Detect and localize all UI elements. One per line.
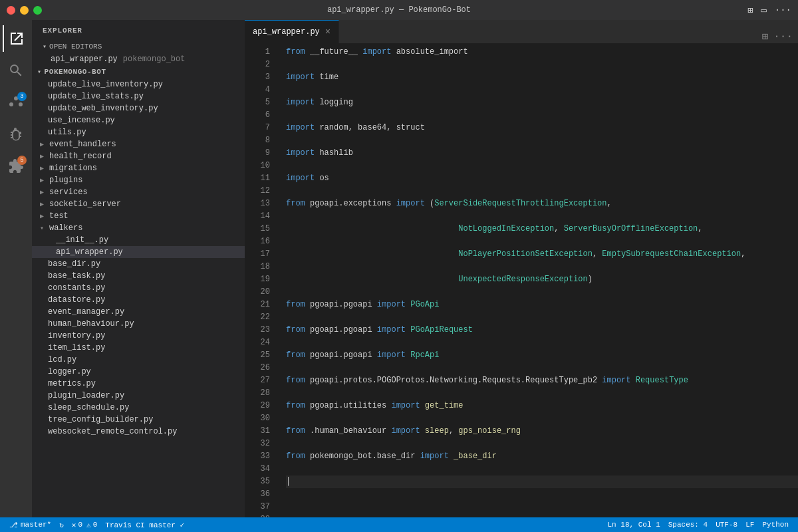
close-button[interactable] [7,6,15,15]
folder-services-arrow: ▶ [40,188,47,196]
folder-services[interactable]: ▶services [32,186,245,198]
tab-filename: api_wrapper.py [253,27,320,37]
file-tree-config-builder[interactable]: tree_config_builder.py [32,414,245,426]
status-ci[interactable]: Travis CI master ✓ [101,517,188,532]
file-inventory[interactable]: inventory.py [32,330,245,342]
open-editors-arrow: ▾ [43,43,47,51]
status-branch[interactable]: ⎇ master* [5,517,55,532]
file-constants[interactable]: constants.py [32,282,245,294]
minimize-button[interactable] [20,6,29,15]
file-human-behaviour[interactable]: human_behaviour.py [32,318,245,330]
activity-explorer[interactable] [3,25,29,52]
open-editor-filename: api_wrapper.py [51,55,118,64]
split-editor-tab-icon[interactable]: ⊞ [762,30,769,43]
window-title: api_wrapper.py — PokemonGo-Bot [327,5,471,15]
status-encoding[interactable]: UTF-8 [712,521,741,529]
encoding-text: UTF-8 [716,521,737,529]
spaces-text: Spaces: 4 [668,521,708,529]
tab-close-button[interactable]: × [325,27,331,37]
folder-socketio-server[interactable]: ▶socketio_server [32,198,245,210]
file-metrics[interactable]: metrics.py [32,378,245,390]
folder-health-record[interactable]: ▶health_record [32,150,245,162]
source-control-badge: 3 [17,92,27,101]
folder-plugins[interactable]: ▶plugins [32,174,245,186]
file-base-task[interactable]: base_task.py [32,270,245,282]
activity-extensions[interactable]: 5 [3,153,29,180]
title-bar: api_wrapper.py — PokemonGo-Bot ⊞ ▭ ··· [0,0,798,20]
folder-walkers[interactable]: ▾walkers [32,222,245,234]
pokemongo-arrow: ▾ [37,68,42,76]
status-spaces[interactable]: Spaces: 4 [664,521,712,529]
sync-icon: ↻ [59,521,64,529]
status-sync[interactable]: ↻ [55,517,68,532]
warning-count: 0 [93,521,98,529]
code-content[interactable]: from __future__ import absolute_import i… [278,43,798,517]
file-logger[interactable]: logger.py [32,366,245,378]
folder-test-arrow: ▶ [40,212,47,220]
pokemongo-bot-section: ▾ POKEMONGO-BOT update_live_inventory.py… [32,65,245,438]
status-line-ending[interactable]: LF [741,521,758,529]
line-numbers: 12345 678910 1112131415 1617181920 21222… [245,43,278,517]
open-editors-header[interactable]: ▾ OPEN EDITORS [32,40,245,53]
status-ln-col[interactable]: Ln 18, Col 1 [604,521,664,529]
file-base-dir[interactable]: base_dir.py [32,258,245,270]
folder-walkers-arrow: ▾ [40,224,47,232]
folder-test[interactable]: ▶test [32,210,245,222]
file-use-incense[interactable]: use_incense.py [32,114,245,126]
error-count: 0 [78,521,82,529]
activity-search[interactable] [3,57,29,84]
sidebar: Explorer ▾ OPEN EDITORS api_wrapper.py p… [32,20,245,517]
toggle-panel-icon[interactable]: ▭ [761,5,766,16]
ci-status-text: Travis CI master ✓ [105,521,184,529]
status-errors[interactable]: ✕ 0 ⚠ 0 [68,517,101,532]
file-init[interactable]: __init__.py [32,234,245,246]
status-right: Ln 18, Col 1 Spaces: 4 UTF-8 LF Python [604,521,793,529]
folder-socketio-arrow: ▶ [40,200,47,208]
language-text: Python [762,521,789,529]
folder-migrations[interactable]: ▶migrations [32,162,245,174]
more-actions-icon[interactable]: ··· [775,5,791,15]
activity-bar: 3 5 [0,20,32,517]
branch-name: master* [21,521,51,529]
file-update-web-inventory[interactable]: update_web_inventory.py [32,102,245,114]
pokemongo-bot-header[interactable]: ▾ POKEMONGO-BOT [32,65,245,78]
folder-plugins-arrow: ▶ [40,176,47,184]
open-editor-project: pokemongo_bot [123,55,186,64]
git-branch-icon: ⎇ [9,521,18,529]
error-icon: ✕ [72,521,76,529]
activity-source-control[interactable]: 3 [3,89,29,116]
activity-debug[interactable] [3,121,29,148]
file-event-manager[interactable]: event_manager.py [32,306,245,318]
sidebar-tree: update_live_inventory.py update_live_sta… [32,78,245,438]
more-tab-actions-icon[interactable]: ··· [773,31,793,43]
folder-event-handlers[interactable]: ▶event_handlers [32,138,245,150]
folder-health-record-arrow: ▶ [40,152,47,160]
folder-migrations-arrow: ▶ [40,164,47,172]
split-editor-icon[interactable]: ⊞ [747,5,753,16]
file-sleep-schedule[interactable]: sleep_schedule.py [32,402,245,414]
window-controls [7,6,42,15]
warning-icon: ⚠ [86,521,91,529]
open-editors-section: ▾ OPEN EDITORS api_wrapper.py pokemongo_… [32,40,245,65]
editor-area: api_wrapper.py × ⊞ ··· 12345 678910 1112… [245,20,798,517]
tab-actions: ⊞ ··· [757,30,798,43]
file-lcd[interactable]: lcd.py [32,354,245,366]
file-update-live-inventory[interactable]: update_live_inventory.py [32,78,245,90]
open-editors-label: OPEN EDITORS [49,43,102,51]
file-plugin-loader[interactable]: plugin_loader.py [32,390,245,402]
file-websocket-remote-control[interactable]: websocket_remote_control.py [32,426,245,438]
status-bar: ⎇ master* ↻ ✕ 0 ⚠ 0 Travis CI master ✓ L… [0,517,798,532]
file-utils[interactable]: utils.py [32,126,245,138]
open-editor-item-api-wrapper[interactable]: api_wrapper.py pokemongo_bot [32,53,245,65]
pokemongo-label: POKEMONGO-BOT [45,68,106,76]
file-datastore[interactable]: datastore.py [32,294,245,306]
file-api-wrapper[interactable]: api_wrapper.py [32,246,245,258]
maximize-button[interactable] [33,6,42,15]
file-item-list[interactable]: item_list.py [32,342,245,354]
editor-tab-api-wrapper[interactable]: api_wrapper.py × [245,20,339,43]
folder-event-handlers-arrow: ▶ [40,140,47,148]
status-language[interactable]: Python [758,521,793,529]
code-editor: 12345 678910 1112131415 1617181920 21222… [245,43,798,517]
file-update-live-stats[interactable]: update_live_stats.py [32,90,245,102]
title-icons: ⊞ ▭ ··· [747,5,791,16]
